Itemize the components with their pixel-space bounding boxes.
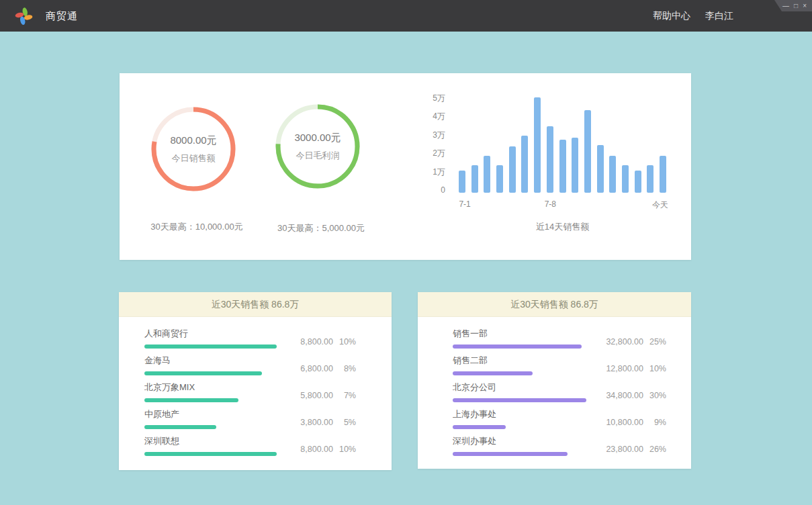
rank-item-amount: 8,800.00 [273, 337, 333, 347]
bar [547, 126, 553, 193]
rank-item-percent: 30% [643, 391, 666, 400]
rank-item-main: 金海马 [144, 355, 273, 375]
rank-item-name: 深圳办事处 [453, 435, 575, 447]
bar [584, 110, 591, 193]
rank-item-amount: 8,800.00 [273, 445, 333, 454]
rank-item-bar [453, 452, 575, 456]
list-item: 深圳联想 8,800.00 10% [119, 435, 392, 456]
close-icon[interactable]: × [803, 3, 807, 9]
user-name-link[interactable]: 李白江 [705, 10, 733, 22]
rank-bar-fill [453, 371, 533, 375]
department-rank-header: 近30天销售额 86.8万 [418, 292, 691, 317]
rank-item-percent: 5% [333, 418, 356, 427]
rank-item-name: 北京分公司 [453, 381, 575, 394]
today-profit-label: 今日毛利润 [296, 150, 340, 162]
bar [647, 165, 653, 193]
rank-item-main: 销售二部 [453, 355, 583, 375]
rank-bar-fill [453, 452, 568, 456]
rank-item-main: 人和商贸行 [144, 328, 273, 349]
y-tick-label: 3万 [433, 129, 445, 141]
rank-item-main: 上海办事处 [453, 408, 583, 429]
today-profit-value: 3000.00元 [294, 132, 341, 144]
rank-item-percent: 8% [333, 364, 356, 373]
bar [609, 156, 616, 193]
rank-item-bar [144, 345, 265, 349]
y-tick-label: 5万 [433, 92, 445, 104]
topbar: 商贸通 帮助中心 李白江 — □ × [0, 0, 812, 32]
bar-chart-title: 近14天销售额 [459, 221, 666, 233]
rank-bar-fill [453, 345, 582, 349]
list-item: 北京分公司 34,800.00 30% [418, 381, 691, 402]
list-item: 北京万象MIX 5,800.00 7% [119, 381, 392, 402]
rank-item-amount: 10,800.00 [583, 418, 643, 427]
x-tick-label: 7-1 [459, 199, 470, 209]
today-sales-label: 今日销售额 [172, 152, 216, 165]
list-item: 上海办事处 10,800.00 9% [418, 408, 691, 429]
bar [635, 171, 641, 193]
list-item: 人和商贸行 8,800.00 10% [119, 328, 392, 349]
today-sales-value: 8000.00元 [170, 134, 216, 147]
customer-rank-card: 近30天销售额 86.8万 人和商贸行 8,800.00 10% 金海马 6,8… [119, 292, 392, 470]
bar-chart-y-axis: 01万2万3万4万5万 [415, 99, 445, 193]
rank-item-main: 深圳办事处 [453, 435, 583, 456]
bar [622, 165, 629, 193]
today-sales-donut: 8000.00元 今日销售额 [150, 105, 237, 193]
minimize-icon[interactable]: — [782, 3, 789, 9]
rank-item-name: 人和商贸行 [144, 328, 265, 340]
list-item: 销售二部 12,800.00 10% [418, 355, 691, 375]
rank-item-main: 深圳联想 [144, 435, 273, 456]
rank-bar-fill [144, 371, 262, 375]
rank-item-amount: 6,800.00 [273, 364, 333, 373]
rank-bar-fill [144, 452, 277, 456]
rank-item-main: 销售一部 [453, 328, 583, 349]
rank-item-name: 金海马 [144, 355, 265, 367]
bar [660, 156, 666, 193]
rank-item-main: 北京万象MIX [144, 381, 273, 402]
rank-bar-fill [453, 425, 506, 429]
app-title: 商贸通 [46, 0, 78, 32]
rank-bar-fill [144, 345, 277, 349]
rank-item-amount: 34,800.00 [583, 391, 643, 400]
customer-rank-header: 近30天销售额 86.8万 [119, 292, 392, 317]
rank-item-percent: 9% [643, 418, 666, 427]
rank-item-amount: 3,800.00 [273, 418, 333, 427]
rank-bar-fill [453, 398, 586, 402]
rank-item-percent: 26% [643, 445, 666, 454]
rank-item-bar [144, 452, 265, 456]
bar [534, 97, 541, 193]
rank-item-name: 上海办事处 [453, 408, 575, 420]
today-profit-donut: 3000.00元 今日毛利润 [274, 103, 361, 190]
rank-item-name: 销售一部 [453, 328, 575, 340]
bar [459, 171, 465, 193]
app-logo-pinwheel-icon [15, 7, 33, 25]
rank-bar-fill [144, 398, 238, 402]
rank-item-main: 中原地产 [144, 408, 273, 429]
bar-chart-x-axis: 7-17-8今天 [459, 199, 666, 210]
today-sales-donut-center: 8000.00元 今日销售额 [150, 105, 237, 193]
list-item: 销售一部 32,800.00 25% [418, 328, 691, 349]
bar [471, 165, 478, 193]
x-tick-label: 今天 [652, 199, 668, 211]
today-profit-donut-center: 3000.00元 今日毛利润 [274, 103, 361, 190]
bar [484, 156, 490, 193]
rank-item-main: 北京分公司 [453, 381, 583, 402]
help-center-link[interactable]: 帮助中心 [653, 10, 690, 22]
rank-item-bar [144, 398, 265, 402]
today-summary-card: 8000.00元 今日销售额 30天最高：10,000.00元 3000.00元… [120, 73, 691, 260]
rank-item-percent: 10% [643, 364, 666, 373]
profit-30d-max-caption: 30天最高：5,000.00元 [244, 222, 398, 234]
rank-item-amount: 12,800.00 [583, 364, 643, 373]
rank-item-bar [453, 345, 575, 349]
bar [597, 145, 604, 193]
rank-item-bar [144, 371, 265, 375]
department-rank-card: 近30天销售额 86.8万 销售一部 32,800.00 25% 销售二部 12… [418, 292, 691, 469]
rank-item-bar [144, 425, 265, 429]
sales-14d-bar-chart: 01万2万3万4万5万 7-17-8今天 近14天销售额 [415, 99, 677, 240]
topnav: 帮助中心 李白江 [653, 0, 733, 32]
rank-item-bar [453, 371, 575, 375]
y-tick-label: 1万 [433, 166, 445, 178]
maximize-icon[interactable]: □ [794, 3, 798, 9]
window-controls: — □ × [774, 0, 812, 11]
rank-bar-fill [144, 425, 216, 429]
rank-item-bar [453, 425, 575, 429]
